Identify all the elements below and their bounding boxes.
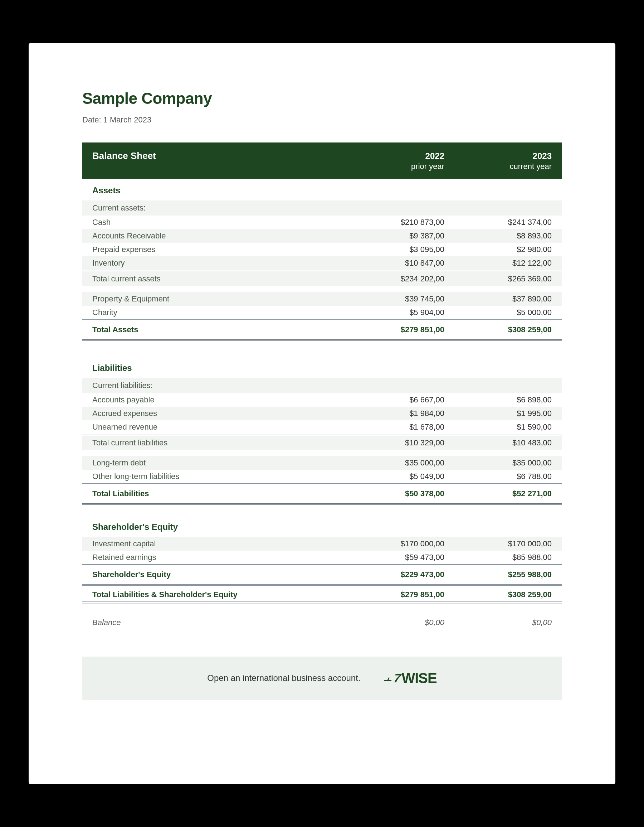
table-row: Property & Equipment $39 745,00 $37 890,… xyxy=(82,292,562,306)
section-liabilities-title: Liabilities xyxy=(82,357,562,378)
row-prior: $5 904,00 xyxy=(352,308,444,317)
row-label: Cash xyxy=(92,218,352,227)
table-row: Other long-term liabilities $5 049,00 $6… xyxy=(82,470,562,483)
row-label: Accounts Receivable xyxy=(92,231,352,240)
row-prior: $170 000,00 xyxy=(352,539,444,548)
balance-prior: $0,00 xyxy=(352,618,444,627)
assets-heading: Assets xyxy=(92,186,352,195)
row-label: Accounts payable xyxy=(92,395,352,404)
row-prior: $50 378,00 xyxy=(352,489,444,498)
liabilities-heading: Liabilities xyxy=(92,363,352,373)
table-row: Long-term debt $35 000,00 $35 000,00 xyxy=(82,456,562,470)
row-prior: $1 678,00 xyxy=(352,423,444,432)
row-current: $1 995,00 xyxy=(459,409,552,418)
row-label: Investment capital xyxy=(92,539,352,548)
row-current: $170 000,00 xyxy=(459,539,552,548)
row-prior: $10 329,00 xyxy=(352,438,444,448)
wise-logo: ⫠7 WISE xyxy=(382,670,437,686)
balance-sheet: Balance Sheet 2022 prior year 2023 curre… xyxy=(82,142,562,631)
section-assets-title: Assets xyxy=(82,179,562,200)
row-current: $52 271,00 xyxy=(459,489,552,498)
row-current: $6 898,00 xyxy=(459,395,552,404)
current-assets-label: Current assets: xyxy=(92,203,352,213)
row-prior: $279 851,00 xyxy=(352,325,444,334)
row-current: $241 374,00 xyxy=(459,218,552,227)
row-prior: $6 667,00 xyxy=(352,395,444,404)
wise-flag-icon: ⫠7 xyxy=(381,671,401,685)
table-row: Investment capital $170 000,00 $170 000,… xyxy=(82,537,562,551)
table-row: Prepaid expenses $3 095,00 $2 980,00 xyxy=(82,243,562,256)
total-equity: Shareholder's Equity $229 473,00 $255 98… xyxy=(82,564,562,585)
row-label: Total Liabilities xyxy=(92,489,352,498)
total-liabilities-and-equity: Total Liabilities & Shareholder's Equity… xyxy=(82,585,562,604)
liabilities-subhead: Current liabilities: xyxy=(82,378,562,393)
balance-current: $0,00 xyxy=(459,618,552,627)
current-liabilities-label: Current liabilities: xyxy=(92,381,352,390)
table-row: Accounts payable $6 667,00 $6 898,00 xyxy=(82,393,562,407)
row-current: $85 988,00 xyxy=(459,553,552,562)
row-current: $35 000,00 xyxy=(459,458,552,468)
footer-banner: Open an international business account. … xyxy=(82,657,562,700)
table-row: Unearned revenue $1 678,00 $1 590,00 xyxy=(82,420,562,434)
row-current: $12 122,00 xyxy=(459,259,552,268)
row-prior: $39 745,00 xyxy=(352,294,444,304)
footer-cta: Open an international business account. xyxy=(207,673,360,683)
sheet-header: Balance Sheet 2022 prior year 2023 curre… xyxy=(82,142,562,179)
column-header-current: 2023 current year xyxy=(459,150,552,172)
row-current: $308 259,00 xyxy=(459,590,552,599)
row-prior: $279 851,00 xyxy=(352,590,444,599)
section-equity-title: Shareholder's Equity xyxy=(82,515,562,537)
prior-year: 2022 xyxy=(352,150,444,161)
row-label: Total current assets xyxy=(92,274,352,284)
row-current: $265 369,00 xyxy=(459,274,552,284)
row-label: Total current liabilities xyxy=(92,438,352,448)
row-label: Retained earnings xyxy=(92,553,352,562)
row-prior: $9 387,00 xyxy=(352,231,444,240)
balance-label: Balance xyxy=(92,618,352,627)
row-label: Other long-term liabilities xyxy=(92,472,352,481)
wise-brand-text: WISE xyxy=(401,670,437,686)
row-current: $255 988,00 xyxy=(459,570,552,579)
table-row: Inventory $10 847,00 $12 122,00 xyxy=(82,256,562,270)
row-label: Total Assets xyxy=(92,325,352,334)
total-current-liabilities: Total current liabilities $10 329,00 $10… xyxy=(82,436,562,449)
row-current: $1 590,00 xyxy=(459,423,552,432)
total-liabilities: Total Liabilities $50 378,00 $52 271,00 xyxy=(82,483,562,505)
total-current-assets: Total current assets $234 202,00 $265 36… xyxy=(82,272,562,286)
assets-subhead: Current assets: xyxy=(82,200,562,215)
row-current: $308 259,00 xyxy=(459,325,552,334)
table-row: Charity $5 904,00 $5 000,00 xyxy=(82,306,562,319)
row-current: $8 893,00 xyxy=(459,231,552,240)
row-prior: $10 847,00 xyxy=(352,259,444,268)
row-prior: $35 000,00 xyxy=(352,458,444,468)
current-year-sub: current year xyxy=(459,161,552,172)
row-label: Prepaid expenses xyxy=(92,245,352,254)
document-page: Sample Company Date: 1 March 2023 Balanc… xyxy=(29,43,615,784)
row-prior: $3 095,00 xyxy=(352,245,444,254)
row-label: Long-term debt xyxy=(92,458,352,468)
table-row: Cash $210 873,00 $241 374,00 xyxy=(82,215,562,229)
prior-year-sub: prior year xyxy=(352,161,444,172)
row-prior: $229 473,00 xyxy=(352,570,444,579)
row-prior: $5 049,00 xyxy=(352,472,444,481)
row-label: Shareholder's Equity xyxy=(92,570,352,579)
row-label: Accrued expenses xyxy=(92,409,352,418)
row-current: $2 980,00 xyxy=(459,245,552,254)
table-row: Retained earnings $59 473,00 $85 988,00 xyxy=(82,551,562,564)
row-prior: $210 873,00 xyxy=(352,218,444,227)
table-row: Accrued expenses $1 984,00 $1 995,00 xyxy=(82,407,562,420)
sheet-title: Balance Sheet xyxy=(92,150,352,161)
current-year: 2023 xyxy=(459,150,552,161)
row-prior: $1 984,00 xyxy=(352,409,444,418)
row-current: $10 483,00 xyxy=(459,438,552,448)
row-prior: $59 473,00 xyxy=(352,553,444,562)
row-label: Property & Equipment xyxy=(92,294,352,304)
row-current: $37 890,00 xyxy=(459,294,552,304)
total-assets: Total Assets $279 851,00 $308 259,00 xyxy=(82,319,562,341)
table-row: Accounts Receivable $9 387,00 $8 893,00 xyxy=(82,229,562,243)
company-name: Sample Company xyxy=(82,89,562,108)
row-label: Total Liabilities & Shareholder's Equity xyxy=(92,590,352,599)
row-label: Charity xyxy=(92,308,352,317)
row-label: Unearned revenue xyxy=(92,423,352,432)
row-prior: $234 202,00 xyxy=(352,274,444,284)
